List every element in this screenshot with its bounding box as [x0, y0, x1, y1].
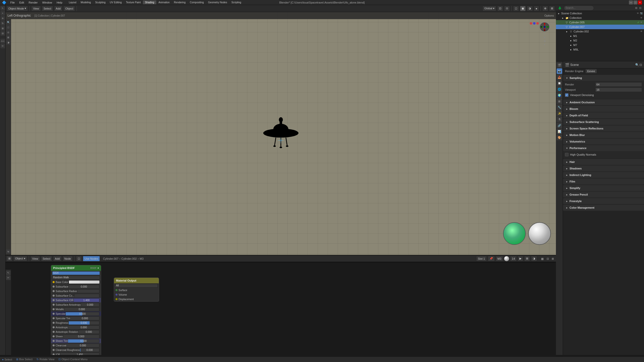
node-cut-tool[interactable]: ✂	[6, 276, 11, 280]
view-n-panel[interactable]: N	[6, 249, 11, 254]
collection-visibility-icon[interactable]: 👁	[639, 16, 643, 20]
breadcrumb-mesh[interactable]: Cylinder.002	[121, 257, 137, 260]
object-menu[interactable]: Object	[63, 6, 75, 11]
tab-animation[interactable]: Animation	[157, 1, 172, 4]
props-filter-btn[interactable]: ⊡	[639, 63, 642, 67]
cylinder-005-visibility[interactable]: 👁	[639, 21, 643, 24]
gizmo-toggle[interactable]: ⊞	[549, 6, 555, 11]
tab-compositing[interactable]: Compositing	[188, 1, 206, 4]
node-metallic-row[interactable]: Metallic 0.000	[51, 307, 101, 311]
play-button[interactable]: ▶	[518, 256, 523, 261]
tab-layout[interactable]: Layout	[67, 1, 79, 4]
tool-scale[interactable]: ⊞	[1, 26, 5, 31]
prop-constraints-icon[interactable]: 🔗	[557, 123, 562, 128]
node-nav-select[interactable]: ⊡	[546, 257, 550, 261]
tool-select[interactable]: ↖	[1, 6, 5, 11]
prop-scene-props-icon[interactable]: 🌐	[557, 86, 562, 92]
view-persp-ortho[interactable]: □	[6, 25, 11, 30]
field-specular-tint-value[interactable]: 0.000	[70, 316, 99, 320]
prop-view-layer-icon[interactable]: 🔲	[557, 80, 562, 86]
tab-texture-paint[interactable]: Texture Paint	[124, 1, 143, 4]
prop-data-icon[interactable]: 📊	[557, 129, 562, 134]
node-clearcoat-roughness-row[interactable]: Clearcoat Roughness 0.030	[51, 348, 101, 352]
cylinder-002-visibility[interactable]: 👁	[639, 30, 643, 33]
visibility-icon[interactable]: 👁	[636, 12, 639, 15]
close-button[interactable]: ✕	[638, 1, 642, 5]
indirect-lighting-header[interactable]: ▸ Indirect Lighting	[563, 172, 644, 178]
node-sheen-row[interactable]: Sheen 0.000	[51, 334, 101, 339]
node-select-menu[interactable]: Select	[41, 256, 52, 261]
breadcrumb-material[interactable]: M3	[140, 257, 143, 260]
tab-geometry-nodes[interactable]: Geometry Nodes	[206, 1, 229, 4]
field-clearcoat-rough-value[interactable]: 0.030	[80, 348, 99, 352]
node-subsurface-co-row[interactable]: Subsurface Co...	[51, 293, 101, 298]
node-distribution-row[interactable]: GGX	[51, 271, 101, 275]
material-target-select[interactable]: All	[115, 284, 158, 288]
tab-sculpting[interactable]: Sculpting	[93, 1, 107, 4]
node-sheen-tint-row[interactable]: Sheen Tint 0.500	[51, 339, 101, 343]
outliner-sort-btn[interactable]: ⊡	[638, 7, 642, 9]
viewport-3d[interactable]: Left Orthographic [1] Collection | Cylin…	[6, 12, 556, 255]
distribution-select[interactable]: GGX	[52, 271, 100, 275]
shading-wire[interactable]: ◻	[513, 6, 519, 11]
motion-blur-header[interactable]: ▸ Motion Blur	[563, 132, 644, 138]
proportional-edit[interactable]: ⊙	[504, 6, 510, 11]
node-view-all[interactable]: ▦	[540, 257, 545, 261]
use-nodes-button[interactable]: Use Nodes	[83, 256, 100, 261]
hq-normals-checkbox[interactable]	[565, 153, 569, 156]
viewport-nav-gizmo[interactable]: ⊙ ⊞ ◑ ●	[538, 22, 551, 42]
node-ior-row[interactable]: IOR 1.450	[51, 352, 101, 355]
environment-sphere[interactable]	[503, 222, 526, 245]
breadcrumb-object[interactable]: Cylinder.007	[103, 257, 118, 260]
prop-particles-icon[interactable]: ✨	[557, 111, 562, 116]
node-clearcoat-row[interactable]: Clearcoat 0.000	[51, 343, 101, 348]
node-view-menu[interactable]: View	[30, 256, 40, 261]
tree-cylinder-005[interactable]: ▽ Cylinder.005 ✓ 👁	[556, 20, 644, 25]
node-all-dropdown-row[interactable]: All	[114, 283, 159, 288]
transform-global[interactable]: Global ▾	[482, 6, 496, 11]
node-subsurface-row[interactable]: Subsurface 0.000	[51, 284, 101, 289]
node-specular-row[interactable]: Specular 0.500	[51, 311, 101, 316]
material-select[interactable]: M3	[496, 256, 503, 261]
field-clearcoat-value[interactable]: 0.000	[66, 344, 99, 347]
snap-btn[interactable]: ⊡	[497, 6, 503, 11]
tab-rendering[interactable]: Rendering	[172, 1, 187, 4]
view-menu[interactable]: View	[31, 6, 41, 11]
node-subsurface-ior-row[interactable]: Subsurface IOR 1.400	[51, 298, 101, 302]
node-editor-icon[interactable]: ⊞	[7, 256, 12, 261]
prop-world-icon[interactable]: 🌍	[557, 93, 562, 98]
field-subsurface-co-value[interactable]	[74, 294, 99, 298]
denoising-checkbox[interactable]: ✓	[565, 93, 569, 97]
node-grid-toggle[interactable]: ⊞	[524, 256, 530, 261]
tool-rotate[interactable]: ↻	[1, 21, 5, 26]
menu-file[interactable]: File	[8, 1, 17, 5]
volumetrics-header[interactable]: ▸ Volumetrics	[563, 139, 644, 145]
object-mode-dropdown[interactable]: Object Mode ▾	[7, 6, 28, 11]
tree-cylinder-002[interactable]: ▸ ▽ Cylinder.002 👁	[556, 29, 644, 34]
add-menu[interactable]: Add	[54, 6, 63, 11]
base-color-swatch[interactable]	[69, 281, 99, 284]
options-button[interactable]: Options	[544, 14, 554, 17]
field-subsurface-ior-value[interactable]: 1.400	[73, 298, 99, 302]
bloom-header[interactable]: ▸ Bloom	[563, 106, 644, 112]
menu-window[interactable]: Window	[40, 1, 54, 5]
slot-selector[interactable]: Slot 1	[476, 256, 487, 261]
node-subsurface-anisotropy-row[interactable]: Subsurface Anisotropy 0.000	[51, 302, 101, 307]
node-add-menu[interactable]: Add	[53, 256, 62, 261]
tree-m7[interactable]: ● M7	[556, 43, 644, 47]
shading-render[interactable]: ●	[534, 6, 539, 11]
view-3d-nav[interactable]: 🔍	[6, 20, 11, 25]
pin-icon[interactable]: 📌	[488, 256, 495, 261]
field-subsurface-value[interactable]: 0.000	[68, 285, 99, 289]
render-samples-value[interactable]: 64	[595, 82, 642, 87]
view-local[interactable]: ⊙	[6, 30, 11, 35]
film-header[interactable]: ▸ Film	[563, 178, 644, 185]
ambient-occlusion-header[interactable]: ▸ Ambient Occlusion	[563, 99, 644, 105]
viewport-samples-value[interactable]: 16	[595, 87, 642, 92]
tool-transform[interactable]: ⊟	[1, 31, 5, 36]
field-ior-value[interactable]: 1.450	[60, 353, 99, 355]
tree-m9l[interactable]: ● M9L	[556, 47, 644, 52]
minimize-button[interactable]: —	[629, 1, 633, 5]
menu-help[interactable]: Help	[55, 1, 64, 5]
tab-modeling[interactable]: Modeling	[79, 1, 93, 4]
